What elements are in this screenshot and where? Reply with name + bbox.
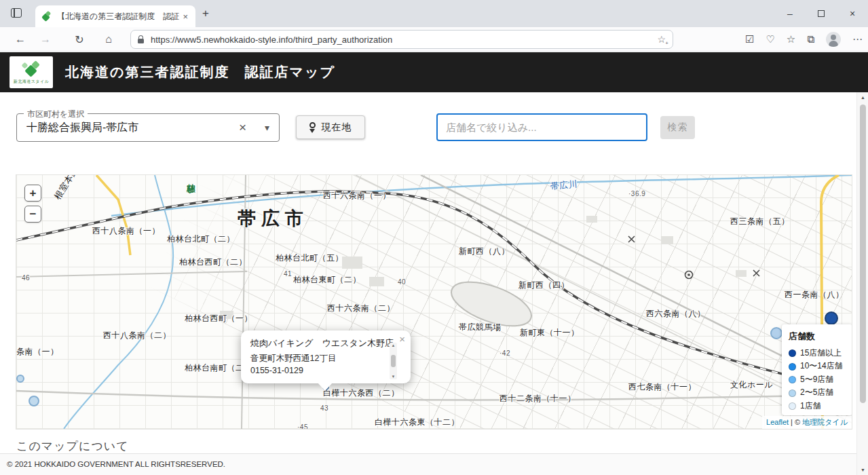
legend-label: 15店舗以上 xyxy=(800,347,842,360)
site-header: 新北海道スタイル 北海道の第三者認証制度 認証店マップ xyxy=(0,52,868,92)
popup-scroll-down-icon[interactable]: ▼ xyxy=(392,374,396,379)
refresh-button[interactable]: ↻ xyxy=(70,30,89,49)
map-label: ·42 xyxy=(499,349,510,357)
minimize-button[interactable]: – xyxy=(774,0,806,27)
browser-essentials-icon[interactable]: ♡ xyxy=(766,33,774,45)
map-label: 西七条南（十一） xyxy=(628,381,696,393)
legend-dot-icon xyxy=(789,402,796,410)
legend-item: 10〜14店舗 xyxy=(789,360,846,373)
map-label: ·45 xyxy=(297,423,308,429)
lock-icon xyxy=(138,39,144,43)
map-label: ·36.9 xyxy=(628,190,645,197)
search-button[interactable]: 検索 xyxy=(660,116,695,139)
popup-tip xyxy=(318,383,333,398)
leaflet-link[interactable]: Leaflet xyxy=(766,418,789,426)
url-text[interactable]: https://www5.newhokkaido-style.info/thir… xyxy=(151,35,392,45)
store-filter-input[interactable] xyxy=(436,113,647,141)
map-features xyxy=(16,175,852,429)
attribution-separator: | xyxy=(789,418,795,426)
map-label: 西十八条南（二） xyxy=(103,330,171,341)
map-container[interactable]: 根室本線帯広市西十六条南（一）帯広川西三条南（五）柏林台駅西十八条南（一）柏林台… xyxy=(16,175,852,429)
attribution-prefix: © xyxy=(795,418,802,426)
map-label: 文化ホール xyxy=(730,379,773,391)
legend-item: 5〜9店舗 xyxy=(789,373,846,386)
profile-avatar[interactable] xyxy=(826,32,841,47)
legend-label: 5〜9店舗 xyxy=(800,373,833,386)
store-cluster-marker[interactable] xyxy=(825,311,838,325)
zoom-out-button[interactable]: − xyxy=(24,206,41,223)
popup-scrollbar[interactable]: ▲ ▼ xyxy=(390,343,397,379)
zoom-in-button[interactable]: + xyxy=(24,185,41,202)
site-footer: © 2021 HOKKAIDO GOVERNMENT ALL RIGHTSRES… xyxy=(0,453,868,475)
page-title: 北海道の第三者認証制度 認証店マップ xyxy=(65,63,335,81)
tab-close-icon[interactable]: × xyxy=(181,12,190,22)
new-hokkaido-style-logo-icon xyxy=(21,60,41,78)
favorites-icon[interactable]: ☆ xyxy=(787,33,795,45)
legend-item: 15店舗以上 xyxy=(789,347,846,360)
municipality-select[interactable]: 市区町村を選択 十勝総合振興局-帯広市 × ▾ xyxy=(16,113,280,142)
site-favicon-icon xyxy=(41,11,52,22)
map-label: 新町西（八） xyxy=(459,246,510,257)
legend-item: 2〜5店舗 xyxy=(789,386,846,399)
site-logo: 新北海道スタイル xyxy=(10,56,53,88)
store-popup-title: 焼肉バイキング ウエスタン木野店 xyxy=(250,337,386,349)
store-popup-phone: 0155-31-0129 xyxy=(250,364,386,377)
map-label: 新町東（十一） xyxy=(520,327,580,339)
zoom-control: + − xyxy=(24,185,41,223)
map-label: 西十六条南（二） xyxy=(327,303,395,314)
square-check-icon[interactable]: ☑ xyxy=(745,33,754,45)
add-favorite-icon[interactable]: ☆ xyxy=(657,34,666,45)
current-location-label: 現在地 xyxy=(322,121,352,134)
workspace-icon[interactable] xyxy=(11,8,22,18)
popup-scroll-up-icon[interactable]: ▲ xyxy=(392,343,396,348)
map-label: 帯広市 xyxy=(238,206,309,231)
store-cluster-marker[interactable] xyxy=(16,375,24,383)
chevron-down-icon[interactable]: ▾ xyxy=(265,114,269,141)
legend-items: 15店舗以上10〜14店舗5〜9店舗2〜5店舗1店舗 xyxy=(789,347,846,413)
back-button[interactable]: ← xyxy=(11,30,30,49)
scroll-down-icon[interactable]: ▼ xyxy=(857,468,868,472)
store-cluster-marker[interactable] xyxy=(770,327,782,339)
store-cluster-marker[interactable] xyxy=(29,396,39,406)
page-scrollbar[interactable]: ▲ ▼ xyxy=(856,92,868,475)
map-label: 43 xyxy=(320,404,328,412)
map-label: 柏林台西町（二） xyxy=(179,256,247,268)
home-button[interactable]: ⌂ xyxy=(99,30,118,49)
clear-selection-icon[interactable]: × xyxy=(239,114,246,141)
close-button[interactable]: × xyxy=(837,0,868,27)
map-label: 西三条南（五） xyxy=(730,216,790,227)
tab-title: 【北海道の第三者認証制度 認証 xyxy=(57,11,179,22)
map-label: 西十二条南（十一） xyxy=(499,393,576,404)
popup-close-icon[interactable]: × xyxy=(399,333,405,345)
map-label: 柏林台東町（二） xyxy=(293,274,361,286)
gsi-tiles-link[interactable]: 地理院タイル xyxy=(802,418,848,426)
legend-label: 1店舗 xyxy=(800,400,821,413)
map-label: 西十六条南（一） xyxy=(323,190,391,202)
forward-button[interactable]: → xyxy=(36,30,55,49)
map-attribution: Leaflet | © 地理院タイル xyxy=(762,416,852,429)
scroll-up-icon[interactable]: ▲ xyxy=(857,95,868,100)
popup-scroll-thumb[interactable] xyxy=(391,355,396,367)
more-options-icon[interactable]: ⋯ xyxy=(852,33,863,45)
new-tab-button[interactable]: + xyxy=(202,8,209,19)
collections-icon[interactable]: ⧉ xyxy=(807,33,814,45)
scroll-thumb[interactable] xyxy=(860,104,866,403)
map-label: 柏林台西町（一） xyxy=(185,313,252,324)
map-label: 柏林台駅 xyxy=(185,176,197,178)
browser-tab[interactable]: 【北海道の第三者認証制度 認証 × xyxy=(35,5,195,27)
store-popup-address: 音更町木野西通12丁目 xyxy=(250,352,386,364)
maximize-button[interactable] xyxy=(806,0,837,27)
legend-dot-icon xyxy=(789,376,796,383)
map-label: 柏林台北町（二） xyxy=(167,233,235,245)
maximize-icon xyxy=(818,10,825,17)
current-location-button[interactable]: 現在地 xyxy=(296,115,365,139)
legend-label: 10〜14店舗 xyxy=(800,360,843,373)
legend-dot-icon xyxy=(789,363,796,370)
map-label: 白樺十六条東（十二） xyxy=(375,417,459,428)
address-bar[interactable]: https://www5.newhokkaido-style.info/thir… xyxy=(130,30,673,49)
map-label: 帯広川 xyxy=(550,178,578,192)
legend-dot-icon xyxy=(789,349,796,357)
map-label: 西一条南（八） xyxy=(785,289,844,301)
legend-title: 店舗数 xyxy=(789,330,846,343)
municipality-select-value: 十勝総合振興局-帯広市 xyxy=(26,114,138,141)
